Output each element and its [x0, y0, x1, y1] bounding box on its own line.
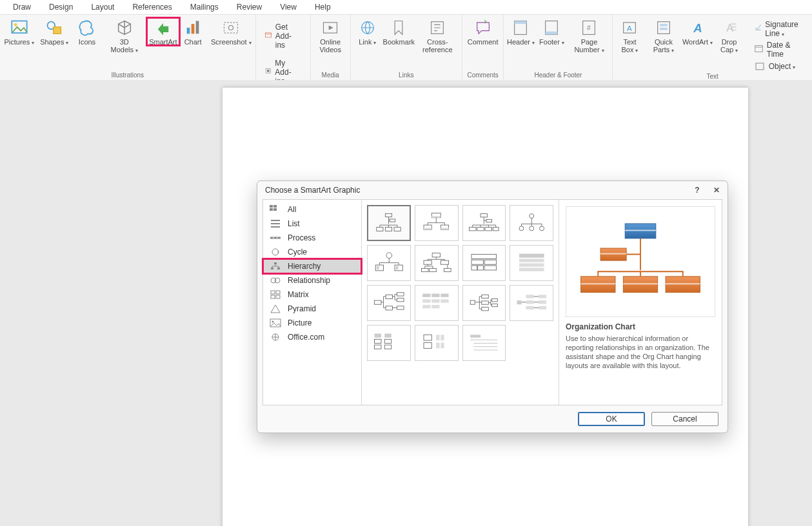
layout-org-chart[interactable]: [367, 205, 411, 241]
layout-hierarchy[interactable]: [367, 245, 411, 281]
svg-rect-72: [395, 266, 398, 269]
textbox-icon: A: [620, 19, 639, 37]
category-relationship[interactable]: Relationship: [263, 273, 361, 287]
svg-rect-104: [482, 295, 489, 298]
svg-rect-88: [519, 268, 544, 271]
drop-cap-button[interactable]: ADrop Cap: [713, 17, 746, 55]
layout-horizontal-org[interactable]: [510, 245, 553, 281]
signature-line-button[interactable]: Signature Line: [749, 19, 807, 39]
chart-button[interactable]: Chart: [177, 17, 208, 46]
preview-pane: Organization Chart Use to show hierarchi…: [559, 200, 722, 405]
link-button[interactable]: Link: [352, 17, 383, 47]
dialog-footer: OK Cancel: [257, 408, 728, 433]
screenshot-button[interactable]: Screenshot: [208, 17, 253, 47]
date-time-button[interactable]: Date & Time: [749, 39, 807, 60]
ok-button[interactable]: OK: [578, 412, 645, 426]
category-process[interactable]: Process: [263, 231, 361, 245]
comment-button[interactable]: Comment: [464, 17, 502, 46]
svg-point-1: [14, 23, 17, 26]
tab-references[interactable]: References: [132, 3, 172, 12]
tab-review[interactable]: Review: [237, 3, 262, 12]
cross-reference-button[interactable]: Cross-reference: [415, 17, 460, 54]
online-videos-button[interactable]: Online Videos: [312, 17, 349, 54]
comment-icon: [474, 19, 492, 37]
svg-text:A: A: [693, 21, 702, 35]
pictures-button[interactable]: Pictures: [1, 17, 37, 47]
layout-name-title-org[interactable]: [415, 205, 459, 241]
svg-point-67: [539, 226, 544, 231]
svg-rect-120: [384, 340, 391, 344]
tab-layout[interactable]: Layout: [91, 3, 114, 12]
page-number-button[interactable]: #Page Number: [567, 17, 611, 55]
svg-rect-115: [539, 306, 546, 309]
svg-rect-96: [432, 294, 440, 297]
category-cycle[interactable]: Cycle: [263, 245, 361, 259]
layout-lined-list[interactable]: [367, 325, 411, 361]
layout-text-hierarchy[interactable]: [462, 325, 506, 361]
category-picture[interactable]: Picture: [263, 316, 361, 330]
dialog-help-button[interactable]: ?: [695, 186, 699, 195]
layout-horizontal-hierarchy[interactable]: [367, 285, 411, 321]
svg-rect-25: [660, 28, 668, 30]
svg-rect-11: [267, 70, 270, 72]
smartart-button[interactable]: SmartArt: [146, 17, 181, 46]
header-icon: [511, 19, 530, 37]
svg-rect-85: [519, 254, 544, 258]
footer-button[interactable]: Footer: [536, 17, 567, 47]
category-office[interactable]: Office.com: [263, 330, 361, 344]
get-addins-button[interactable]: Get Add-ins: [260, 21, 306, 51]
layout-half-circle-org[interactable]: [462, 205, 506, 241]
category-hierarchy[interactable]: Hierarchy: [263, 259, 361, 273]
tab-draw[interactable]: Draw: [13, 3, 31, 12]
cancel-button[interactable]: Cancel: [651, 412, 718, 426]
datetime-icon: [755, 44, 763, 55]
screenshot-label: Screenshot: [211, 38, 252, 47]
svg-rect-48: [390, 219, 396, 222]
shapes-button[interactable]: Shapes: [37, 17, 72, 47]
pyramid-icon: [270, 304, 281, 313]
link-icon: [359, 19, 377, 37]
category-all-label: All: [288, 205, 296, 214]
dialog-close-button[interactable]: ✕: [713, 186, 720, 195]
category-pyramid[interactable]: Pyramid: [263, 302, 361, 316]
tab-view[interactable]: View: [280, 3, 297, 12]
layout-architecture[interactable]: [415, 325, 459, 361]
page-number-icon: #: [580, 19, 598, 37]
svg-rect-5: [192, 24, 195, 34]
preview-description: Use to show hierarchical information or …: [566, 334, 715, 370]
layout-labeled-hierarchy[interactable]: [415, 245, 459, 281]
category-list: All List Process Cycle Hierarchy Relatio…: [263, 200, 362, 405]
bookmark-button[interactable]: Bookmark: [383, 17, 415, 46]
icons-button[interactable]: Icons: [72, 17, 103, 46]
tab-help[interactable]: Help: [315, 3, 331, 12]
svg-rect-80: [471, 260, 483, 265]
layout-horizontal-multi[interactable]: [415, 285, 459, 321]
category-list[interactable]: List: [263, 217, 361, 231]
svg-rect-63: [493, 228, 499, 231]
signature-icon: [755, 24, 762, 34]
svg-rect-106: [482, 307, 489, 311]
textbox-button[interactable]: AText Box: [614, 17, 645, 55]
svg-rect-116: [374, 334, 381, 338]
comment-label: Comment: [468, 38, 499, 46]
category-matrix[interactable]: Matrix: [263, 287, 361, 302]
svg-rect-58: [480, 214, 488, 217]
layout-circle-picture-hier[interactable]: [510, 205, 553, 241]
svg-rect-83: [478, 266, 484, 270]
footer-label: Footer: [539, 38, 564, 47]
quick-parts-button[interactable]: Quick Parts: [645, 17, 682, 55]
object-button[interactable]: Object: [749, 60, 807, 73]
dialog-title: Choose a SmartArt Graphic: [265, 186, 360, 195]
layout-table-hierarchy[interactable]: [462, 245, 506, 281]
tab-mailings[interactable]: Mailings: [190, 3, 219, 12]
header-button[interactable]: Header: [505, 17, 536, 47]
wordart-button[interactable]: AWordArt: [682, 17, 713, 47]
3d-models-button[interactable]: 3D Models: [103, 17, 146, 55]
tab-design[interactable]: Design: [49, 3, 73, 12]
svg-rect-81: [484, 260, 496, 265]
layout-horizontal-labeled[interactable]: [462, 285, 506, 321]
category-all[interactable]: All: [263, 202, 361, 217]
svg-point-45: [272, 321, 274, 323]
group-media-label: Media: [312, 72, 349, 80]
layout-hierarchy-list[interactable]: [510, 285, 553, 321]
